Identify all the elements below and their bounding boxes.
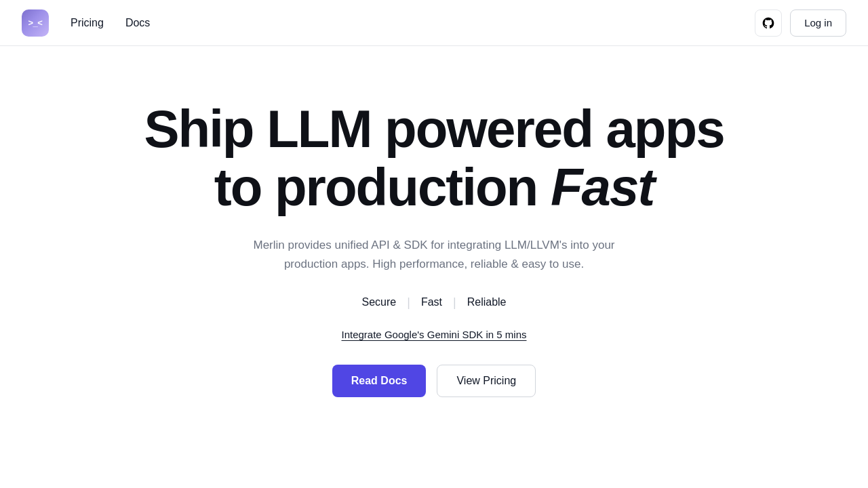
view-pricing-button[interactable]: View Pricing xyxy=(437,365,536,397)
navbar-left: >_< Pricing Docs xyxy=(22,9,150,37)
github-icon xyxy=(762,16,775,30)
hero-buttons: Read Docs View Pricing xyxy=(332,365,536,397)
hero-title-line1: Ship LLM powered apps xyxy=(144,99,724,159)
badge-fast: Fast xyxy=(421,296,442,308)
hero-title-line2: to production xyxy=(214,157,551,217)
integration-link[interactable]: Integrate Google's Gemini SDK in 5 mins xyxy=(342,329,527,340)
github-button[interactable] xyxy=(755,9,782,37)
logo-symbol: >_< xyxy=(28,18,43,28)
nav-docs[interactable]: Docs xyxy=(125,17,150,29)
hero-title: Ship LLM powered apps to production Fast xyxy=(144,100,724,217)
hero-subtitle: Merlin provides unified API & SDK for in… xyxy=(244,236,624,274)
navbar-right: Log in xyxy=(755,9,846,37)
hero-section: Ship LLM powered apps to production Fast… xyxy=(0,46,868,397)
badge-secure: Secure xyxy=(361,296,396,308)
read-docs-button[interactable]: Read Docs xyxy=(332,365,427,397)
hero-title-fast: Fast xyxy=(551,157,654,217)
badge-sep-1: | xyxy=(407,296,410,310)
logo[interactable]: >_< xyxy=(22,9,49,37)
hero-badges: Secure | Fast | Reliable xyxy=(361,296,506,310)
badge-sep-2: | xyxy=(453,296,456,310)
nav-pricing[interactable]: Pricing xyxy=(71,17,104,29)
login-button[interactable]: Log in xyxy=(790,9,846,37)
badge-reliable: Reliable xyxy=(467,296,507,308)
navbar: >_< Pricing Docs Log in xyxy=(0,0,868,46)
